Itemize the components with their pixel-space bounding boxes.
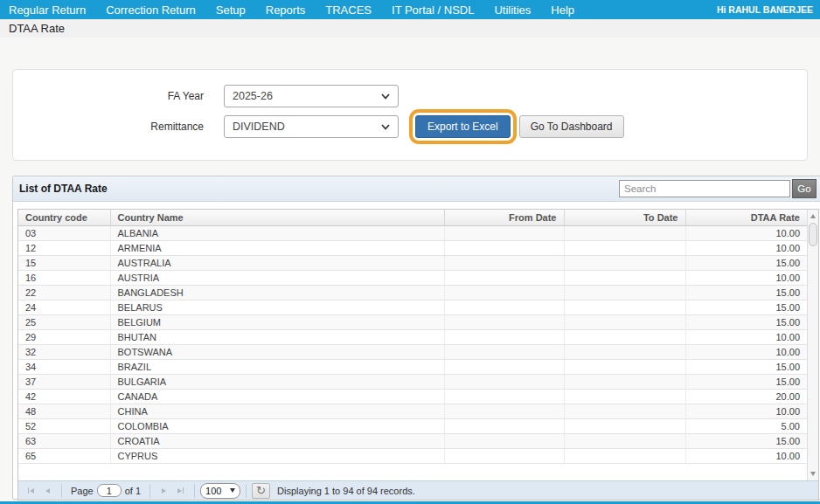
- nav-item-it-portal-nsdl[interactable]: IT Portal / NSDL: [392, 3, 474, 17]
- nav-item-correction-return[interactable]: Correction Return: [106, 3, 196, 17]
- search-go-button[interactable]: Go: [792, 179, 817, 198]
- cell-dtaa-rate: 15.00: [685, 285, 807, 300]
- page-size-select[interactable]: 100: [200, 483, 240, 499]
- fa-year-label: FA Year: [13, 90, 204, 102]
- next-page-icon[interactable]: [156, 484, 172, 498]
- table-row[interactable]: 63CROATIA15.00: [18, 433, 807, 448]
- column-header-dtaa-rate[interactable]: DTAA Rate: [685, 210, 807, 225]
- cell-from-date: [444, 418, 564, 433]
- table-row[interactable]: 34BRAZIL15.00: [18, 359, 807, 374]
- cell-country-name: ARMENIA: [110, 240, 444, 255]
- table-row[interactable]: 42CANADA20.00: [18, 389, 807, 404]
- vertical-scrollbar[interactable]: [807, 210, 818, 480]
- column-header-country-code[interactable]: Country code: [18, 210, 110, 225]
- cell-from-date: [444, 300, 564, 314]
- remittance-label: Remittance: [13, 121, 204, 133]
- nav-item-setup[interactable]: Setup: [216, 3, 246, 17]
- remittance-select[interactable]: DIVIDEND: [224, 115, 399, 138]
- search-input[interactable]: [619, 180, 790, 197]
- table-row[interactable]: 24BELARUS15.00: [18, 300, 807, 314]
- cell-country-code: 15: [18, 255, 110, 270]
- cell-from-date: [444, 255, 564, 270]
- page-of-label: of 1: [125, 486, 141, 496]
- scroll-up-icon[interactable]: [808, 211, 818, 222]
- cell-country-name: BELARUS: [110, 300, 444, 314]
- table-row[interactable]: 22BANGLADESH15.00: [18, 285, 807, 300]
- table-header-row: Country codeCountry NameFrom DateTo Date…: [18, 210, 807, 225]
- cell-country-code: 03: [18, 225, 110, 240]
- pager-status: Displaying 1 to 94 of 94 records.: [277, 486, 415, 496]
- cell-to-date: [564, 225, 685, 240]
- table-row[interactable]: 25BELGIUM15.00: [18, 314, 807, 329]
- cell-country-name: COLOMBIA: [110, 418, 444, 433]
- cell-country-code: 29: [18, 329, 110, 344]
- column-header-to-date[interactable]: To Date: [564, 210, 685, 225]
- table-row[interactable]: 29BHUTAN10.00: [18, 329, 807, 344]
- cell-country-code: 25: [18, 314, 110, 329]
- table-row[interactable]: 65CYPRUS10.00: [18, 448, 807, 463]
- cell-from-date: [444, 374, 564, 389]
- column-header-from-date[interactable]: From Date: [444, 210, 564, 225]
- cell-country-code: 42: [18, 389, 110, 404]
- nav-item-traces[interactable]: TRACES: [325, 3, 372, 17]
- go-to-dashboard-button[interactable]: Go To Dashboard: [519, 115, 624, 138]
- table-row[interactable]: 52COLOMBIA5.00: [18, 418, 807, 433]
- cell-dtaa-rate: 15.00: [685, 300, 807, 314]
- cell-from-date: [444, 240, 564, 255]
- cell-to-date: [564, 344, 685, 359]
- cell-from-date: [444, 344, 564, 359]
- page-number-input[interactable]: [97, 484, 122, 497]
- cell-country-code: 34: [18, 359, 110, 374]
- table-row[interactable]: 37BULGARIA15.00: [18, 374, 807, 389]
- nav-item-utilities[interactable]: Utilities: [494, 3, 531, 17]
- page-title: DTAA Rate: [0, 19, 820, 38]
- cell-country-name: BHUTAN: [110, 329, 444, 344]
- table-row[interactable]: 12ARMENIA10.00: [18, 240, 807, 255]
- refresh-icon[interactable]: ↻: [252, 483, 270, 499]
- cell-country-name: CANADA: [110, 389, 444, 404]
- cell-country-name: BANGLADESH: [110, 285, 444, 300]
- cell-country-code: 22: [18, 285, 110, 300]
- page-label: Page: [71, 486, 94, 496]
- cell-dtaa-rate: 10.00: [685, 448, 807, 463]
- nav-item-help[interactable]: Help: [551, 3, 574, 17]
- cell-country-name: BOTSWANA: [110, 344, 444, 359]
- export-to-excel-button[interactable]: Export to Excel: [415, 115, 511, 138]
- prev-page-icon[interactable]: [39, 484, 56, 498]
- cell-country-code: 63: [18, 433, 110, 448]
- cell-to-date: [564, 285, 685, 300]
- cell-dtaa-rate: 15.00: [685, 255, 807, 270]
- column-header-country-name[interactable]: Country Name: [110, 210, 444, 225]
- cell-to-date: [564, 374, 685, 389]
- pager-bar: Page of 1 100 ↻ Displaying 1 to 94 of 94…: [18, 480, 818, 500]
- table-row[interactable]: 16AUSTRIA10.00: [18, 270, 807, 285]
- last-page-icon[interactable]: [172, 484, 189, 498]
- cell-dtaa-rate: 10.00: [685, 225, 807, 240]
- table-row[interactable]: 03ALBANIA10.00: [18, 225, 807, 240]
- nav-item-regular-return[interactable]: Regular Return: [9, 3, 86, 17]
- cell-to-date: [564, 329, 685, 344]
- cell-country-code: 37: [18, 374, 110, 389]
- cell-country-code: 52: [18, 418, 110, 433]
- list-header: List of DTAA Rate Go: [13, 176, 820, 202]
- cell-country-name: CROATIA: [110, 433, 444, 448]
- scroll-down-icon[interactable]: [808, 468, 818, 480]
- table-row[interactable]: 15AUSTRALIA15.00: [18, 255, 807, 270]
- cell-country-name: AUSTRIA: [110, 270, 444, 285]
- cell-to-date: [564, 300, 685, 314]
- scrollbar-thumb[interactable]: [809, 223, 817, 246]
- cell-to-date: [564, 418, 685, 433]
- fa-year-select[interactable]: 2025-26: [224, 85, 399, 107]
- page-size-value: 100: [205, 486, 221, 496]
- nav-items: Regular ReturnCorrection ReturnSetupRepo…: [0, 3, 594, 17]
- cell-to-date: [564, 270, 685, 285]
- table-row[interactable]: 32BOTSWANA10.00: [18, 344, 807, 359]
- cell-to-date: [564, 389, 685, 404]
- cell-dtaa-rate: 15.00: [685, 433, 807, 448]
- nav-item-reports[interactable]: Reports: [266, 3, 306, 17]
- table-row[interactable]: 48CHINA10.00: [18, 404, 807, 418]
- cell-country-name: CHINA: [110, 404, 444, 418]
- cell-country-name: BULGARIA: [110, 374, 444, 389]
- cell-dtaa-rate: 15.00: [685, 359, 807, 374]
- first-page-icon[interactable]: [23, 484, 39, 498]
